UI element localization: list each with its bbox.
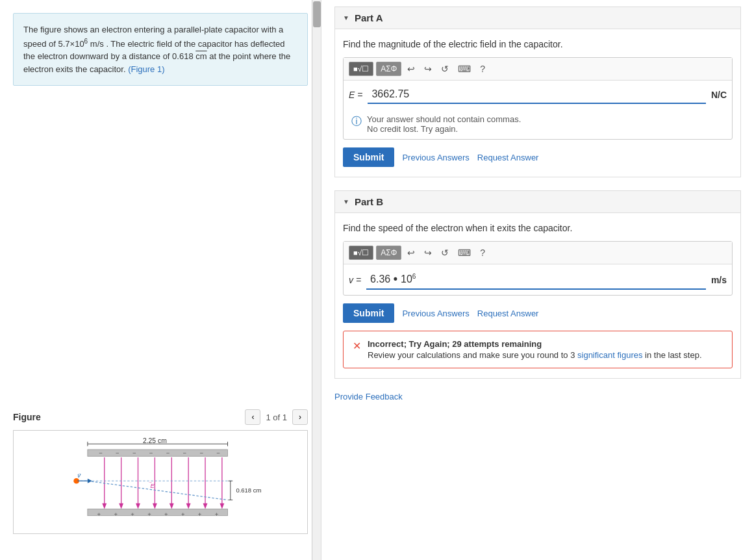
part-b-request-answer-link[interactable]: Request Answer [477, 309, 539, 318]
svg-text:+: + [215, 511, 219, 518]
part-b-question: Find the speed of the electron when it e… [343, 223, 733, 233]
part-b-sig-figs-link[interactable]: significant figures [577, 350, 642, 360]
figure-count: 1 of 1 [266, 413, 287, 422]
part-b-dot: • [394, 272, 401, 285]
keyboard-button-a[interactable]: ⌨ [455, 62, 474, 76]
scroll-thumb[interactable] [313, 1, 321, 27]
part-b-toolbar: ■√☐ ΑΣΦ ↩ ↪ ↺ ⌨ ? [344, 242, 732, 264]
svg-text:0.618 cm: 0.618 cm [236, 487, 261, 494]
part-b-value-exp: 6 [412, 273, 416, 280]
undo-button-b[interactable]: ↩ [404, 246, 418, 260]
svg-text:+: + [114, 511, 118, 518]
aseq-button-a[interactable]: ΑΣΦ [376, 62, 401, 76]
part-b-value-base: 10 [401, 274, 412, 285]
part-b-label: Part B [355, 196, 383, 207]
figure-link[interactable]: (Figure 1) [128, 64, 164, 74]
svg-marker-31 [170, 503, 174, 509]
reset-button-a[interactable]: ↺ [438, 62, 452, 76]
svg-rect-13 [88, 509, 228, 515]
svg-text:−: − [183, 450, 187, 457]
part-a-question: Find the magnitude of the electric field… [343, 39, 733, 49]
part-b-submit-button[interactable]: Submit [343, 303, 394, 323]
figure-next-button[interactable]: › [292, 409, 308, 425]
help-button-b[interactable]: ? [477, 246, 488, 260]
part-a-answer-box: ■√☐ ΑΣΦ ↩ ↪ ↺ ⌨ ? E = N/C ⓘ [343, 57, 733, 140]
figure-diagram: 2.25 cm − − − − − − − − + + + + + [13, 430, 308, 534]
part-a-input[interactable] [368, 86, 705, 104]
svg-marker-37 [220, 503, 224, 509]
part-a-answer-row: E = N/C [344, 81, 732, 109]
part-b-previous-answers-link[interactable]: Previous Answers [402, 309, 469, 318]
svg-rect-4 [88, 450, 228, 456]
part-a-label: Part A [355, 12, 383, 23]
part-a-request-answer-link[interactable]: Request Answer [477, 153, 539, 162]
part-b-answer-box: ■√☐ ΑΣΦ ↩ ↪ ↺ ⌨ ? v = 6.36 • [343, 241, 733, 296]
sqrt-button-b[interactable]: ■√☐ [349, 246, 373, 260]
svg-text:−: − [116, 450, 119, 457]
svg-text:+: + [181, 511, 185, 518]
svg-text:+: + [131, 511, 134, 518]
svg-text:+: + [147, 511, 151, 518]
right-panel: ▼ Part A Find the magnitude of the elect… [321, 0, 754, 560]
part-a-actions: Submit Previous Answers Request Answer [343, 147, 733, 167]
part-b-error-body: Review your calculations and make sure y… [368, 350, 577, 360]
chevron-left-icon: ‹ [251, 413, 254, 422]
figure-prev-button[interactable]: ‹ [245, 409, 260, 425]
svg-text:−: − [166, 450, 170, 457]
part-a-warning-text: Your answer should not contain commas. N… [367, 114, 521, 134]
keyboard-button-b[interactable]: ⌨ [455, 246, 474, 260]
undo-button-a[interactable]: ↩ [404, 62, 418, 76]
svg-line-39 [88, 481, 228, 500]
svg-marker-25 [119, 503, 123, 509]
provide-feedback-link[interactable]: Provide Feedback [334, 392, 741, 401]
svg-text:→: → [77, 472, 82, 476]
warning-icon-a: ⓘ [351, 115, 362, 129]
capacitor-diagram-svg: 2.25 cm − − − − − − − − + + + + + [20, 437, 301, 527]
part-a-previous-answers-link[interactable]: Previous Answers [402, 153, 469, 162]
aseq-button-b[interactable]: ΑΣΦ [376, 246, 401, 260]
help-button-a[interactable]: ? [477, 62, 488, 76]
svg-marker-29 [153, 503, 157, 509]
chevron-right-icon: › [299, 413, 301, 422]
part-a-equation-label: E = [349, 90, 362, 100]
figure-navigation: ‹ 1 of 1 › [245, 409, 308, 425]
part-a-toolbar: ■√☐ ΑΣΦ ↩ ↪ ↺ ⌨ ? [344, 58, 732, 81]
part-b-equation-label: v = [349, 275, 361, 285]
part-b-error-text: Incorrect; Try Again; 29 attempts remain… [368, 339, 702, 360]
part-b-section: ▼ Part B Find the speed of the electron … [334, 190, 741, 379]
part-a-collapse-icon: ▼ [343, 14, 349, 21]
svg-marker-27 [136, 503, 140, 509]
part-b-header[interactable]: ▼ Part B [334, 190, 741, 213]
svg-text:+: + [198, 511, 202, 518]
figure-header: Figure ‹ 1 of 1 › [13, 409, 308, 425]
scroll-bar[interactable] [312, 0, 321, 560]
sqrt-button-a[interactable]: ■√☐ [349, 62, 373, 76]
part-b-error-title: Incorrect; Try Again; 29 attempts remain… [368, 339, 702, 349]
svg-marker-42 [88, 479, 92, 483]
part-b-error-end: in the last step. [642, 350, 701, 360]
speed-unit: m/s [90, 39, 104, 49]
part-a-content: Find the magnitude of the electric field… [334, 29, 741, 177]
reset-button-b[interactable]: ↺ [438, 246, 452, 260]
redo-button-a[interactable]: ↪ [421, 62, 435, 76]
redo-button-b[interactable]: ↪ [421, 246, 435, 260]
svg-text:2.25 cm: 2.25 cm [143, 437, 167, 444]
figure-section: Figure ‹ 1 of 1 › 2.25 cm [0, 409, 321, 534]
svg-text:−: − [99, 450, 103, 457]
svg-text:→: → [148, 480, 153, 485]
svg-marker-35 [203, 503, 208, 509]
svg-text:−: − [149, 450, 153, 457]
figure-label: Figure [13, 412, 41, 422]
part-b-content: Find the speed of the electron when it e… [334, 213, 741, 379]
part-b-actions: Submit Previous Answers Request Answer [343, 303, 733, 323]
part-a-section: ▼ Part A Find the magnitude of the elect… [334, 6, 741, 177]
svg-text:−: − [132, 450, 136, 457]
svg-text:−: − [199, 450, 203, 457]
part-b-input-display[interactable]: 6.36 • 106 [366, 270, 706, 290]
part-a-header[interactable]: ▼ Part A [334, 6, 741, 29]
part-a-submit-button[interactable]: Submit [343, 147, 394, 167]
svg-marker-33 [186, 503, 191, 509]
part-b-collapse-icon: ▼ [343, 198, 349, 205]
speed-exponent: 6 [84, 38, 88, 45]
part-b-error-box: ✕ Incorrect; Try Again; 29 attempts rema… [343, 331, 733, 368]
